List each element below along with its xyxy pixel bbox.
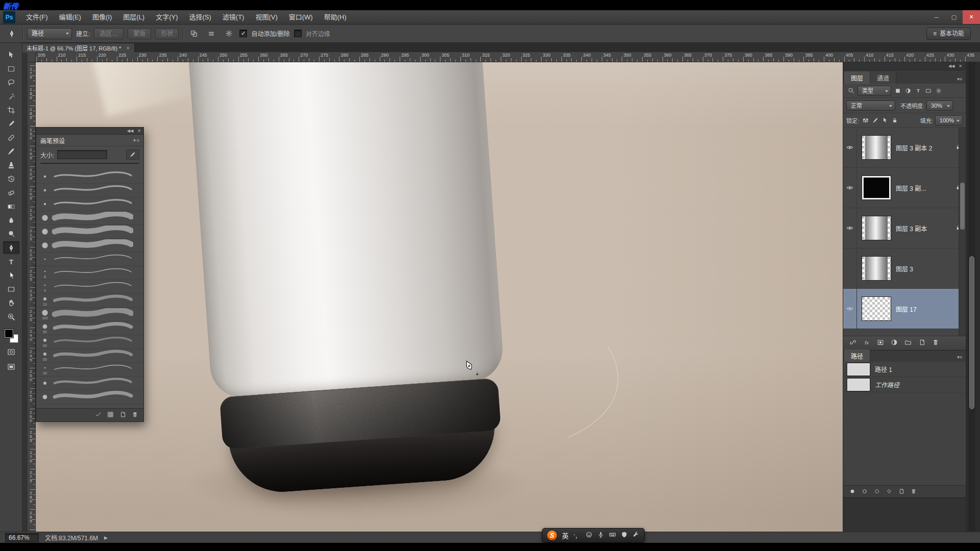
collapse-panel-icon[interactable]: ◀◀ [127, 129, 133, 133]
layer-row[interactable]: 图层 17 [843, 289, 966, 329]
lock-padlock-icon[interactable] [890, 116, 899, 124]
adjust-icon[interactable] [891, 339, 898, 348]
tool-crop[interactable] [3, 104, 19, 116]
tool-eraser[interactable] [3, 186, 19, 199]
trash-icon[interactable] [911, 487, 917, 496]
layer-row[interactable]: 图层 3 副... [843, 168, 966, 208]
tool-stamp[interactable] [3, 159, 19, 171]
path-operations-icon[interactable] [187, 28, 201, 40]
filter-smart-icon[interactable] [934, 87, 943, 95]
tool-pen[interactable] [3, 241, 19, 254]
menu-选择(S)[interactable]: 选择(S) [183, 10, 216, 24]
layer-thumbnail[interactable] [862, 135, 891, 160]
layer-name[interactable]: 图层 3 [896, 264, 966, 273]
panel-menu-icon[interactable]: ▾≡ [953, 77, 966, 84]
brush-preset-row[interactable] [36, 253, 143, 266]
check-icon[interactable] [95, 411, 102, 420]
brush-preset-row[interactable] [36, 239, 143, 253]
fx-icon[interactable]: fx [863, 339, 870, 348]
dock-close-icon[interactable]: ✕ [959, 64, 962, 68]
layer-name[interactable]: 图层 3 副本 2 [896, 143, 955, 152]
tool-type[interactable]: T [3, 255, 19, 268]
newlayer-icon[interactable] [119, 411, 126, 420]
brush-size-slider[interactable] [40, 163, 139, 164]
gear-icon[interactable] [222, 28, 235, 40]
layer-row[interactable]: 图层 3 [843, 248, 966, 289]
v-ruler[interactable]: 1751801851901952002052102152202252302352… [28, 62, 36, 532]
trash-icon[interactable] [932, 339, 939, 348]
workpath-icon[interactable] [886, 487, 892, 496]
panel-menu-icon[interactable]: ▾≡ [953, 355, 966, 362]
dock-collapse-icon[interactable]: ◀◀ [948, 64, 954, 68]
path-alignment-icon[interactable] [205, 28, 218, 40]
brush-preset-row[interactable] [36, 390, 143, 404]
screen-mode-icon[interactable] [7, 363, 15, 373]
layer-thumbnail[interactable] [862, 256, 891, 281]
workspace-switcher-button[interactable]: ≡ 基本功能 [926, 28, 971, 40]
brush-preset-row[interactable] [36, 184, 143, 197]
path-thumbnail[interactable] [847, 363, 870, 376]
close-button[interactable]: ✕ [963, 10, 980, 24]
ime-mic-icon[interactable] [597, 531, 604, 540]
lock-checker-icon[interactable] [861, 116, 870, 124]
filter-adjust-icon[interactable] [903, 87, 913, 95]
tool-wand[interactable] [3, 90, 19, 103]
tool-pathsel[interactable] [3, 269, 19, 282]
close-tab-icon[interactable]: × [126, 45, 129, 51]
lock-brush-icon[interactable] [871, 116, 880, 124]
trash-icon[interactable] [132, 411, 138, 420]
tool-mode-dropdown[interactable]: 路径 [27, 28, 72, 39]
layer-thumbnail[interactable] [862, 176, 891, 200]
path-thumbnail[interactable] [847, 378, 870, 391]
tool-dodge[interactable] [3, 228, 19, 240]
ime-shield-icon[interactable] [621, 531, 628, 540]
layer-thumbnail[interactable] [862, 216, 891, 240]
h-ruler[interactable]: 2052102152202252302352402452502552602652… [36, 52, 980, 62]
tool-history[interactable] [3, 172, 19, 185]
tool-eyedropper[interactable] [3, 117, 19, 130]
tool-gradient[interactable] [3, 200, 19, 213]
tool-heal[interactable] [3, 131, 19, 144]
menu-图层(L)[interactable]: 图层(L) [117, 10, 150, 24]
tool-shape[interactable] [3, 283, 19, 295]
filter-type-icon[interactable]: T [914, 87, 923, 95]
ruler-corner[interactable] [28, 52, 36, 62]
tool-blur[interactable] [3, 214, 19, 227]
menu-编辑(E)[interactable]: 编辑(E) [54, 10, 87, 24]
brush-preset-row[interactable]: 65 [36, 349, 143, 363]
menu-图像(I)[interactable]: 图像(I) [87, 10, 117, 24]
eye-icon[interactable] [843, 168, 857, 208]
ime-wrench-icon[interactable] [632, 531, 640, 540]
panel-menu-icon[interactable]: ▾≡ [133, 138, 139, 143]
layer-row[interactable]: 图层 3 副本 2 [843, 128, 966, 168]
tool-hand[interactable] [3, 296, 19, 309]
layer-name[interactable]: 图层 3 副本 [896, 224, 955, 233]
opacity-dropdown[interactable]: 30% [926, 101, 953, 111]
folder-icon[interactable] [904, 339, 912, 348]
minimize-button[interactable]: ─ [928, 10, 945, 24]
grid-icon[interactable] [107, 411, 114, 420]
tool-marquee[interactable] [3, 62, 19, 75]
brush-preset-row[interactable]: 100 [36, 308, 143, 321]
auto-add-delete-checkbox[interactable]: ✓ [239, 30, 247, 37]
maximize-button[interactable]: ▢ [945, 10, 963, 24]
brush-preset-row[interactable] [36, 225, 143, 239]
menu-滤镜(T)[interactable]: 滤镜(T) [217, 10, 250, 24]
filter-type-dropdown[interactable]: 类型 [857, 86, 891, 96]
brush-preset-row[interactable]: 8 [36, 266, 143, 280]
brush-preset-row[interactable]: 9 [36, 280, 143, 294]
layer-row[interactable]: 图层 3 副本 [843, 208, 966, 248]
blend-mode-dropdown[interactable]: 正常 [846, 101, 895, 111]
ime-keyboard-icon[interactable] [609, 531, 616, 540]
quick-mask-icon[interactable] [7, 348, 15, 358]
ime-language-toggle[interactable]: 英 [562, 531, 569, 540]
path-row[interactable]: 工作路径 [843, 377, 966, 392]
brush-preset-row[interactable] [36, 377, 143, 390]
tool-move[interactable] [3, 48, 19, 61]
eye-icon[interactable] [843, 128, 857, 167]
make-shape-button[interactable]: 形状 [155, 28, 179, 39]
pen-tool-preset-icon[interactable] [5, 28, 18, 40]
tab-layers[interactable]: 图层 [844, 71, 870, 84]
brush-size-input[interactable] [57, 150, 107, 159]
menu-文字(Y)[interactable]: 文字(Y) [150, 10, 183, 24]
